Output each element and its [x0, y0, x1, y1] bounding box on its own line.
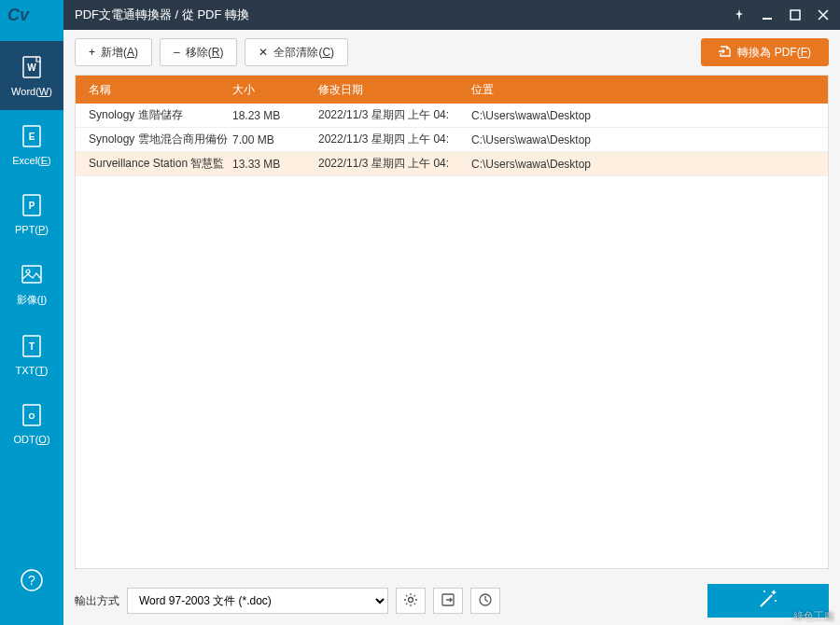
sidebar-item-txt[interactable]: T TXT(T) — [0, 320, 63, 389]
excel-icon: E — [19, 123, 45, 149]
header-date[interactable]: 修改日期 — [318, 82, 471, 98]
svg-text:W: W — [27, 62, 36, 73]
add-button[interactable]: + 新增(A) — [75, 38, 152, 66]
sidebar-item-ppt[interactable]: P PPT(P) — [0, 179, 63, 248]
export-icon — [719, 45, 732, 61]
cell-name: Synology 雲地混合商用備份 — [76, 132, 232, 147]
header-name[interactable]: 名稱 — [76, 82, 232, 98]
remove-label: 移除(R) — [186, 45, 224, 61]
svg-text:?: ? — [28, 573, 35, 588]
svg-point-9 — [26, 270, 30, 273]
word-icon: W — [19, 54, 45, 80]
clear-all-button[interactable]: ✕ 全部清除(C) — [245, 38, 348, 66]
cell-name: Surveillance Station 智慧監 — [76, 156, 232, 172]
plus-icon: + — [89, 46, 95, 59]
ppt-icon: P — [19, 192, 45, 218]
cell-date: 2022/11/3 星期四 上午 04: — [318, 132, 471, 147]
pin-button[interactable] — [726, 2, 752, 28]
cell-location: C:\Users\wawa\Desktop — [471, 133, 828, 146]
cell-location: C:\Users\wawa\Desktop — [471, 158, 828, 171]
svg-rect-1 — [791, 10, 800, 20]
table-row[interactable]: Synology 雲地混合商用備份 7.00 MB 2022/11/3 星期四 … — [76, 128, 828, 152]
txt-icon: T — [19, 333, 45, 359]
sidebar-item-odt[interactable]: O ODT(O) — [0, 389, 63, 458]
sidebar-item-label: TXT(T) — [16, 365, 49, 376]
app-logo: Cv — [0, 0, 63, 30]
sidebar-item-label: Excel(E) — [12, 155, 51, 166]
window-title: PDF文電通轉換器 / 從 PDF 轉換 — [75, 7, 726, 23]
gear-icon — [403, 592, 418, 610]
magic-wand-icon — [757, 588, 779, 615]
help-button[interactable]: ? — [0, 554, 63, 606]
svg-text:P: P — [29, 201, 35, 211]
settings-button[interactable] — [396, 588, 426, 614]
svg-rect-8 — [22, 266, 41, 283]
table-row[interactable]: Synology 進階儲存 18.23 MB 2022/11/3 星期四 上午 … — [76, 104, 828, 128]
cell-size: 13.33 MB — [232, 158, 318, 171]
cell-date: 2022/11/3 星期四 上午 04: — [318, 107, 471, 123]
svg-rect-0 — [763, 18, 772, 20]
add-label: 新增(A) — [101, 45, 138, 61]
cell-size: 7.00 MB — [232, 133, 318, 146]
cell-size: 18.23 MB — [232, 109, 318, 122]
svg-text:O: O — [28, 411, 35, 421]
x-icon: ✕ — [259, 46, 268, 59]
output-label: 輸出方式 — [75, 593, 119, 609]
help-icon: ? — [19, 567, 45, 593]
sidebar-item-label: Word(W) — [11, 86, 52, 97]
image-icon — [19, 261, 45, 287]
header-size[interactable]: 大小 — [232, 82, 318, 98]
cell-date: 2022/11/3 星期四 上午 04: — [318, 156, 471, 172]
close-button[interactable] — [810, 2, 836, 28]
output-format-select[interactable]: Word 97-2003 文件 (*.doc) — [127, 588, 388, 614]
svg-point-16 — [409, 597, 413, 602]
file-list: 名稱 大小 修改日期 位置 Synology 進階儲存 18.23 MB 202… — [75, 75, 829, 569]
open-folder-icon — [441, 592, 455, 610]
header-location[interactable]: 位置 — [471, 82, 828, 98]
table-header: 名稱 大小 修改日期 位置 — [76, 76, 828, 104]
cell-location: C:\Users\wawa\Desktop — [471, 109, 828, 122]
convert-label: 轉換為 PDF(F) — [737, 45, 811, 61]
svg-point-19 — [775, 600, 777, 602]
maximize-button[interactable] — [782, 2, 808, 28]
table-body: Synology 進階儲存 18.23 MB 2022/11/3 星期四 上午 … — [76, 104, 828, 568]
svg-text:E: E — [29, 132, 35, 142]
odt-icon: O — [19, 402, 45, 428]
remove-button[interactable]: – 移除(R) — [160, 38, 237, 66]
sidebar-item-word[interactable]: W Word(W) — [0, 41, 63, 110]
sidebar-item-label: 影像(I) — [17, 293, 47, 307]
table-row[interactable]: Surveillance Station 智慧監 13.33 MB 2022/1… — [76, 152, 828, 176]
convert-to-pdf-button[interactable]: 轉換為 PDF(F) — [701, 38, 829, 66]
minus-icon: – — [174, 46, 180, 59]
watermark: 綠色工廠 — [793, 609, 834, 623]
toolbar: + 新增(A) – 移除(R) ✕ 全部清除(C) 轉換為 PDF(F) — [63, 30, 840, 75]
clock-icon — [478, 592, 493, 610]
sidebar-item-excel[interactable]: E Excel(E) — [0, 110, 63, 179]
cell-name: Synology 進階儲存 — [76, 107, 232, 123]
sidebar-item-label: ODT(O) — [13, 434, 49, 445]
svg-point-20 — [763, 590, 765, 592]
clear-label: 全部清除(C) — [273, 45, 334, 61]
titlebar: Cv PDF文電通轉換器 / 從 PDF 轉換 — [0, 0, 840, 30]
footer: 輸出方式 Word 97-2003 文件 (*.doc) — [63, 576, 840, 625]
sidebar-item-image[interactable]: 影像(I) — [0, 248, 63, 320]
history-button[interactable] — [470, 588, 500, 614]
minimize-button[interactable] — [754, 2, 780, 28]
output-folder-button[interactable] — [433, 588, 463, 614]
sidebar-item-label: PPT(P) — [15, 224, 49, 235]
sidebar: W Word(W) E Excel(E) P PPT(P) 影像 — [0, 30, 63, 625]
svg-text:T: T — [29, 341, 35, 352]
